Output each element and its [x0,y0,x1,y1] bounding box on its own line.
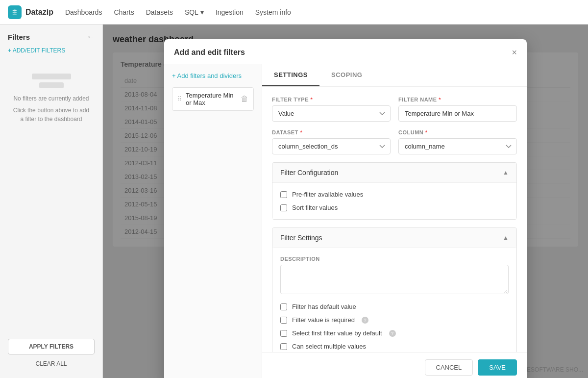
value-required-label: Filter value is required [292,316,355,324]
modal-title: Add and edit filters [174,48,245,57]
prefilter-label: Pre-filter available values [292,191,363,198]
filter-name-label: FILTER NAME * [398,97,517,102]
form-row-dataset-column: DATASET * column_selection_ds [272,129,517,154]
prefilter-checkbox[interactable] [280,191,287,198]
add-filters-dividers-button[interactable]: + Add filters and dividers [172,72,254,79]
modal-right-panel: SETTINGS SCOPING [262,64,527,378]
multiple-values-row: Can select multiple values [280,343,509,350]
value-required-checkbox[interactable] [280,317,287,324]
sidebar: Filters ← + ADD/EDIT FILTERS No filters … [0,25,103,378]
filter-type-group: FILTER TYPE * Value [272,97,391,122]
multiple-values-checkbox[interactable] [280,343,287,350]
dataset-select[interactable]: column_selection_ds [272,138,391,154]
nav-sql[interactable]: SQL ▾ [185,6,204,18]
column-group: COLUMN * column_name [398,129,517,154]
cancel-button[interactable]: CANCEL [425,359,473,376]
no-filters-text: No filters are currently added Click the… [12,94,91,124]
filter-type-select[interactable]: Value [272,105,391,122]
default-value-label: Filter has default value [292,303,356,310]
filter-settings-chevron-icon: ▲ [503,234,509,241]
add-edit-filters-button[interactable]: + ADD/EDIT FILTERS [8,47,95,54]
placeholder-bar-1 [32,74,71,79]
nav-datasets[interactable]: Datasets [146,6,173,18]
filter-name-input[interactable] [398,105,517,122]
first-value-label: Select first filter value by default [292,329,382,337]
first-value-info-icon[interactable]: ? [389,330,396,337]
filter-name-group: FILTER NAME * [398,97,517,122]
drag-handle-icon: ⠿ [177,96,182,102]
settings-panel: FILTER TYPE * Value FILTER NA [262,87,527,352]
value-required-row: Filter value is required ? [280,316,509,324]
apply-filters-button[interactable]: APPLY FILTERS [8,339,95,354]
filter-config-title: Filter Configuration [280,169,338,176]
filter-settings-header[interactable]: Filter Settings ▲ [272,228,516,248]
main-content: weather dashboard Temperature changing d… [103,25,588,378]
modal-header: Add and edit filters × [164,39,527,64]
sql-chevron-icon: ▾ [200,8,204,16]
logo-icon [8,5,22,19]
save-button[interactable]: SAVE [478,359,517,376]
nav-systeminfo[interactable]: System info [255,6,291,18]
description-group: DESCRIPTION [280,256,509,296]
modal: Add and edit filters × + Add filters and… [164,39,527,378]
description-label: DESCRIPTION [280,256,509,262]
dataset-label: DATASET * [272,129,391,135]
filter-settings-body: DESCRIPTION Filter has default value [272,248,516,352]
nav-ingestion[interactable]: Ingestion [216,6,244,18]
column-label: COLUMN * [398,129,517,135]
modal-close-button[interactable]: × [512,48,517,57]
value-required-info-icon[interactable]: ? [362,317,368,324]
filter-config-accordion: Filter Configuration ▲ Pre-filter availa… [272,162,517,220]
modal-footer: CANCEL SAVE [262,352,527,378]
filter-settings-accordion: Filter Settings ▲ DESCRIPTION [272,227,517,352]
logo-text: Datazip [25,8,53,17]
form-row-type-name: FILTER TYPE * Value FILTER NA [272,97,517,122]
modal-body: + Add filters and dividers ⠿ Temperature… [164,64,527,378]
default-value-checkbox[interactable] [280,303,287,310]
placeholder-bar-2 [39,82,64,88]
first-value-checkbox[interactable] [280,330,287,337]
default-value-row: Filter has default value [280,303,509,310]
filter-settings-title: Filter Settings [280,234,322,242]
filter-item-name: Temperature Min or Max [186,92,237,106]
filter-type-label: FILTER TYPE * [272,97,391,102]
filter-config-header[interactable]: Filter Configuration ▲ [272,163,516,182]
first-value-row: Select first filter value by default ? [280,329,509,337]
tab-settings[interactable]: SETTINGS [262,64,319,86]
delete-filter-icon[interactable]: 🗑 [241,95,248,103]
prefilter-checkbox-row: Pre-filter available values [280,191,509,198]
filter-config-body: Pre-filter available values Sort filter … [272,182,516,219]
nav-dashboards[interactable]: Dashboards [65,6,102,18]
modal-overlay: Add and edit filters × + Add filters and… [103,25,588,378]
modal-left-panel: + Add filters and dividers ⠿ Temperature… [164,64,262,378]
nav-charts[interactable]: Charts [114,6,134,18]
sidebar-header: Filters ← [8,32,95,41]
sidebar-collapse-button[interactable]: ← [87,32,95,41]
filter-config-chevron-icon: ▲ [503,169,509,176]
sidebar-title: Filters [8,33,30,41]
filter-list-item[interactable]: ⠿ Temperature Min or Max 🗑 [172,87,254,111]
no-filters-box: No filters are currently added Click the… [8,62,95,135]
description-textarea[interactable] [280,265,509,294]
dataset-group: DATASET * column_selection_ds [272,129,391,154]
clear-all-button[interactable]: CLEAR ALL [8,357,95,370]
sort-checkbox-row: Sort filter values [280,204,509,211]
modal-tabs: SETTINGS SCOPING [262,64,527,87]
tab-scoping[interactable]: SCOPING [319,64,374,86]
logo: Datazip [8,5,53,19]
column-select[interactable]: column_name [398,138,517,154]
multiple-values-label: Can select multiple values [292,343,366,350]
top-nav: Datazip Dashboards Charts Datasets SQL ▾… [0,0,588,25]
main-layout: Filters ← + ADD/EDIT FILTERS No filters … [0,25,588,378]
sort-checkbox[interactable] [280,204,287,211]
sort-label: Sort filter values [292,204,338,211]
